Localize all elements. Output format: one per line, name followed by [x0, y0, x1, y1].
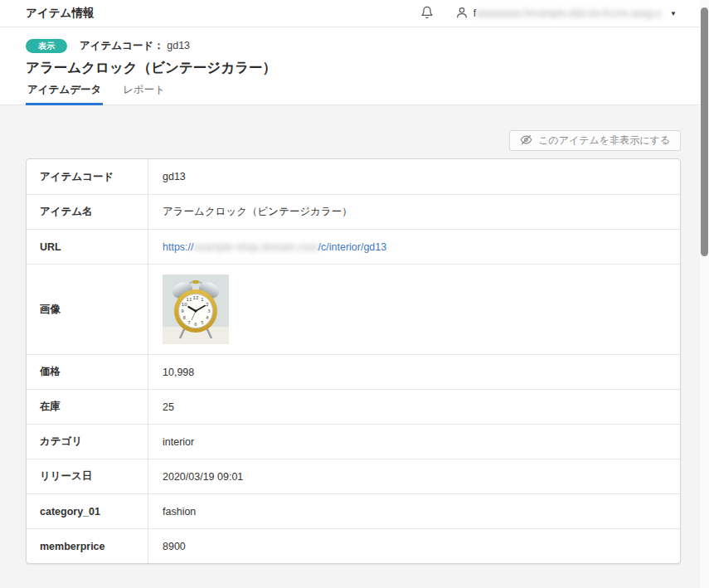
notification-bell-button[interactable] [420, 6, 434, 22]
row-value: fashion [148, 494, 680, 528]
row-value-text: interior [163, 436, 194, 448]
row-label: アイテム名 [27, 195, 148, 229]
svg-text:6: 6 [194, 322, 197, 327]
svg-text:11: 11 [187, 297, 192, 302]
row-value-text: 8900 [163, 541, 186, 552]
table-row: 画像 1212 345 678 91011 SAMPLE [27, 264, 680, 354]
row-value: 25 [148, 390, 680, 424]
row-label: category_01 [27, 494, 148, 528]
svg-text:1: 1 [201, 297, 203, 302]
masked-email-text: aaaaaaaa.0example.ddd.da-5core.aaag.a [476, 7, 662, 19]
row-label: URL [27, 230, 148, 264]
table-row: URLhttps://example-shop.domain.xxxx/c/in… [27, 229, 680, 264]
svg-text:4: 4 [206, 315, 209, 320]
row-label: 価格 [27, 355, 148, 389]
table-row: category_01fashion [27, 493, 680, 528]
item-summary-header: 表示 アイテムコード： gd13 アラームクロック（ビンテージカラー） [0, 27, 700, 80]
row-value: gd13 [148, 159, 680, 194]
product-image: 1212 345 678 91011 SAMPLE [163, 275, 229, 344]
svg-text:5: 5 [201, 320, 203, 325]
table-row: リリース日2020/03/19 09:01 [27, 459, 680, 493]
tab-report[interactable]: レポート [121, 78, 167, 105]
svg-text:12: 12 [193, 295, 199, 300]
item-url-link[interactable]: https://example-shop.domain.xxxx/c/inter… [163, 241, 386, 253]
row-label: 画像 [27, 265, 148, 354]
row-label: memberprice [27, 529, 148, 563]
row-value-text: アラームクロック（ビンテージカラー） [163, 205, 352, 219]
item-title: アラームクロック（ビンテージカラー） [26, 59, 700, 77]
svg-text:7: 7 [187, 320, 190, 325]
row-label: 在庫 [27, 390, 148, 424]
main-area: アイテム情報 faaaaaaaa.0example.ddd.da-5 [0, 0, 700, 588]
table-row: カテゴリinterior [27, 424, 680, 459]
item-code-label: アイテムコード： [80, 40, 164, 51]
svg-text:8: 8 [182, 315, 186, 320]
row-label: カテゴリ [27, 425, 148, 459]
item-code-value: gd13 [167, 40, 190, 51]
user-email: faaaaaaaa.0example.ddd.da-5core.aaag.a [473, 7, 662, 19]
row-value: 1212 345 678 91011 SAMPLE [148, 265, 680, 354]
user-account-menu[interactable]: faaaaaaaa.0example.ddd.da-5core.aaag.a ▼ [455, 6, 677, 22]
table-row: アイテム名アラームクロック（ビンテージカラー） [27, 194, 680, 229]
user-icon [455, 6, 469, 22]
header-right-group: faaaaaaaa.0example.ddd.da-5core.aaag.a ▼ [420, 6, 677, 22]
page-title: アイテム情報 [26, 6, 94, 21]
chevron-down-icon: ▼ [670, 10, 677, 17]
tab-item-data[interactable]: アイテムデータ [26, 78, 103, 105]
row-value: 8900 [148, 529, 680, 563]
item-info-table: アイテムコードgd13アイテム名アラームクロック（ビンテージカラー）URLhtt… [26, 158, 681, 564]
svg-text:2: 2 [206, 302, 208, 307]
row-label: リリース日 [27, 459, 148, 493]
row-value: 10,998 [148, 355, 680, 389]
row-value-text: gd13 [163, 171, 186, 182]
table-row: 価格10,998 [27, 354, 680, 389]
scrollbar-thumb[interactable] [701, 7, 708, 256]
svg-text:9: 9 [181, 309, 184, 313]
row-value-text: 2020/03/19 09:01 [163, 471, 243, 483]
table-row: 在庫25 [27, 389, 680, 424]
top-header: アイテム情報 faaaaaaaa.0example.ddd.da-5 [0, 0, 700, 27]
bell-icon [420, 6, 434, 22]
table-row: memberprice8900 [27, 528, 680, 563]
row-value-text: 10,998 [163, 367, 194, 378]
item-code: アイテムコード： gd13 [80, 39, 190, 53]
masked-url-text: example-shop.domain.xxxx [194, 241, 318, 253]
row-value-text: fashion [163, 506, 196, 518]
row-value: アラームクロック（ビンテージカラー） [148, 195, 680, 229]
eye-off-icon [520, 134, 532, 148]
hide-item-button[interactable]: このアイテムを非表示にする [509, 130, 681, 151]
row-value: https://example-shop.domain.xxxx/c/inter… [148, 230, 680, 264]
row-value-text: 25 [163, 401, 174, 413]
status-badge: 表示 [26, 39, 67, 53]
table-row: アイテムコードgd13 [27, 159, 680, 194]
content-area: このアイテムを非表示にする アイテムコードgd13アイテム名アラームクロック（ビ… [0, 105, 700, 588]
scrollbar[interactable] [700, 0, 709, 588]
hide-item-button-label: このアイテムを非表示にする [538, 134, 670, 148]
row-value: interior [148, 425, 680, 459]
row-value: 2020/03/19 09:01 [148, 459, 680, 493]
row-label: アイテムコード [27, 159, 148, 194]
tab-bar: アイテムデータ レポート [0, 80, 700, 105]
svg-text:3: 3 [207, 309, 210, 313]
